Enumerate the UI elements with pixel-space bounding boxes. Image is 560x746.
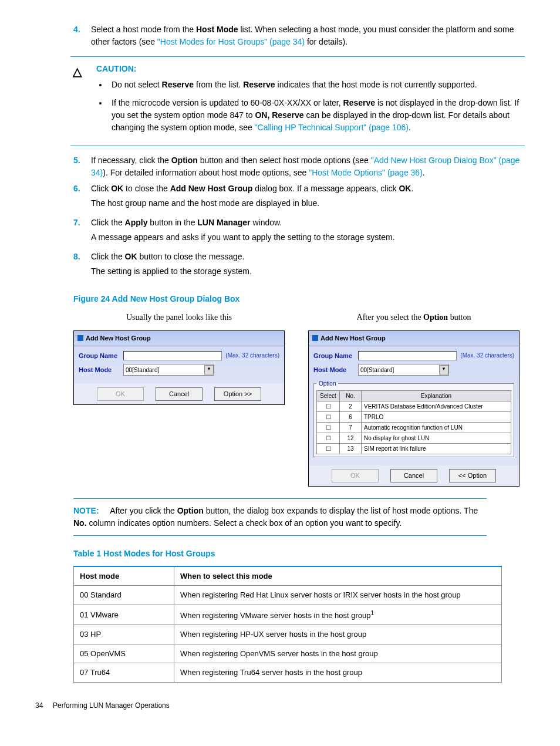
- step-followup: The host group name and the host mode ar…: [91, 197, 525, 210]
- dropdown-host-mode[interactable]: 00[Standard] ▼: [358, 364, 449, 376]
- chevron-down-icon: ▼: [439, 365, 448, 374]
- step-8: 8. Click the OK button to close the mess…: [73, 251, 525, 281]
- text: button in the: [147, 218, 197, 227]
- bold: Reserve: [162, 80, 194, 89]
- text: button: [448, 313, 471, 322]
- dialog-title-text: Add New Host Group: [321, 333, 386, 343]
- text: Click the: [91, 218, 125, 227]
- input-group-name[interactable]: [123, 351, 222, 360]
- label-group-name: Group Name: [313, 351, 355, 361]
- mode-cell: 05 OpenVMS: [74, 644, 174, 663]
- text: If necessary, click the: [91, 156, 171, 165]
- footnote-ref: 1: [370, 610, 374, 616]
- label-host-mode: Host Mode: [79, 365, 120, 375]
- cancel-button[interactable]: Cancel: [390, 469, 437, 482]
- dropdown-host-mode[interactable]: 00[Standard] ▼: [123, 364, 214, 376]
- row-group-name: Group Name (Max. 32 characters): [79, 351, 279, 361]
- max-chars-hint: (Max. 32 characters): [460, 351, 514, 360]
- table-row: 00 StandardWhen registering Red Hat Linu…: [74, 586, 502, 605]
- when-cell: When registering OpenVMS server hosts in…: [174, 644, 502, 663]
- figure-right-col: After you select the Option button Add N…: [308, 311, 519, 487]
- option-collapse-button[interactable]: << Option: [449, 469, 496, 482]
- text: Click: [91, 184, 111, 193]
- caution-item: Do not select Reserve from the list. Res…: [108, 79, 525, 91]
- dialog-buttons: OK Cancel << Option: [309, 465, 519, 486]
- step-body: Click OK to close the Add New Host Group…: [91, 183, 525, 213]
- page-footer: 34 Performing LUN Manager Operations: [35, 700, 525, 711]
- step-number: 6.: [73, 183, 91, 213]
- caution-body: CAUTION: Do not select Reserve from the …: [96, 63, 525, 140]
- th-when: When to select this mode: [174, 566, 502, 586]
- text: .: [423, 168, 425, 177]
- bold: Option: [423, 313, 448, 322]
- text: to close the: [123, 184, 170, 193]
- text: After you select the: [357, 313, 424, 322]
- when-cell: When registering Tru64 server hosts in t…: [174, 663, 502, 683]
- figure-wrap: Usually the panel looks like this Add Ne…: [73, 311, 525, 487]
- mode-cell: 01 VMware: [74, 605, 174, 625]
- option-expand-button[interactable]: Option >>: [214, 387, 261, 401]
- dialog-body: Group Name (Max. 32 characters) Host Mod…: [309, 346, 519, 466]
- bold: Option: [177, 506, 204, 515]
- text: button to close the message.: [137, 252, 245, 261]
- label-group-name: Group Name: [79, 351, 120, 361]
- no-cell: 7: [340, 423, 362, 433]
- dropdown-value: 00[Standard]: [126, 366, 159, 374]
- link-host-mode-options[interactable]: "Host Mode Options" (page 36): [309, 168, 423, 177]
- ordered-steps: 4. Select a host mode from the Host Mode…: [73, 23, 525, 48]
- checkbox-cell[interactable]: ☐: [317, 401, 340, 412]
- checkbox-cell[interactable]: ☐: [317, 412, 340, 423]
- bold: OK: [399, 184, 411, 193]
- text: Do not select: [112, 80, 162, 89]
- label-host-mode: Host Mode: [313, 365, 355, 375]
- bold: No.: [73, 518, 87, 528]
- th-host-mode: Host mode: [74, 566, 174, 586]
- bold: OK: [125, 252, 137, 261]
- step-number: 5.: [73, 154, 91, 179]
- text: Select a host mode from the: [91, 25, 196, 34]
- option-table: Select No. Explanation ☐2VERITAS Databas…: [316, 390, 511, 454]
- when-cell: When registering Red Hat Linux server ho…: [174, 586, 502, 605]
- bold: Reserve: [243, 80, 275, 89]
- figure-subheader: Usually the panel looks like this: [73, 311, 285, 323]
- step-body: Click the Apply button in the LUN Manage…: [91, 217, 525, 247]
- when-cell: When registering HP-UX server hosts in t…: [174, 625, 502, 644]
- chevron-down-icon: ▼: [204, 365, 214, 374]
- text: dialog box. If a message appears, click: [252, 184, 399, 193]
- input-group-name[interactable]: [358, 351, 457, 360]
- table-row: 01 VMwareWhen registering VMware server …: [74, 605, 502, 625]
- table-row: ☐2VERITAS Database Edition/Advanced Clus…: [317, 401, 511, 412]
- figure-left-col: Usually the panel looks like this Add Ne…: [73, 311, 285, 487]
- table-row: ☐7Automatic recognition function of LUN: [317, 423, 511, 433]
- dialog-body: Group Name (Max. 32 characters) Host Mod…: [74, 346, 284, 384]
- checkbox-cell[interactable]: ☐: [317, 433, 340, 444]
- row-host-mode: Host Mode 00[Standard] ▼: [79, 364, 279, 376]
- table-row: 05 OpenVMSWhen registering OpenVMS serve…: [74, 644, 502, 663]
- checkbox-cell[interactable]: ☐: [317, 423, 340, 433]
- text: window.: [251, 218, 282, 227]
- note-heading: NOTE:: [73, 506, 99, 515]
- link-host-modes[interactable]: "Host Modes for Host Groups" (page 34): [157, 37, 305, 46]
- dropdown-value: 00[Standard]: [360, 366, 394, 374]
- link-tech-support[interactable]: "Calling HP Technical Support" (page 106…: [255, 123, 409, 132]
- footer-title: Performing LUN Manager Operations: [53, 701, 170, 710]
- option-legend: Option: [316, 379, 338, 388]
- mode-cell: 07 Tru64: [74, 663, 174, 683]
- step-6: 6. Click OK to close the Add New Host Gr…: [73, 183, 525, 213]
- step-followup: A message appears and asks if you want t…: [91, 231, 525, 244]
- dialog-add-host-group-expanded: Add New Host Group Group Name (Max. 32 c…: [308, 330, 519, 487]
- dialog-add-host-group: Add New Host Group Group Name (Max. 32 c…: [73, 330, 285, 405]
- when-cell: When registering VMware server hosts in …: [174, 605, 502, 625]
- ok-button[interactable]: OK: [332, 469, 379, 482]
- mode-cell: 03 HP: [74, 625, 174, 644]
- caution-icon: △: [70, 63, 96, 140]
- exp-cell: SIM report at link failure: [362, 444, 511, 454]
- caution-item: If the microcode version is updated to 6…: [108, 97, 525, 134]
- checkbox-cell[interactable]: ☐: [317, 444, 340, 454]
- row-group-name: Group Name (Max. 32 characters): [313, 351, 514, 361]
- bold: LUN Manager: [197, 218, 250, 227]
- cancel-button[interactable]: Cancel: [156, 387, 203, 401]
- table-row: ☐6TPRLO: [317, 412, 511, 423]
- ok-button[interactable]: OK: [97, 387, 144, 401]
- row-host-mode: Host Mode 00[Standard] ▼: [313, 364, 514, 376]
